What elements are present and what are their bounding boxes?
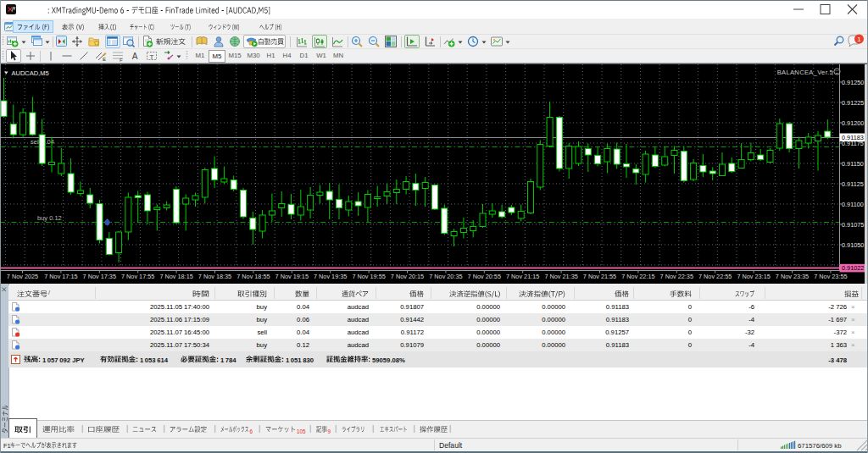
svg-text:7 Nov 22:55: 7 Nov 22:55	[698, 273, 732, 280]
svg-text:7 Nov 18:15: 7 Nov 18:15	[159, 273, 192, 280]
svg-text:E: E	[103, 57, 106, 62]
svg-text:7 Nov 20:55: 7 Nov 20:55	[468, 273, 501, 280]
svg-text:1: 1	[857, 36, 861, 43]
svg-text:7 Nov 2025: 7 Nov 2025	[7, 273, 38, 280]
svg-text:7 Nov 22:35: 7 Nov 22:35	[660, 273, 693, 280]
svg-text:7 Nov 22:15: 7 Nov 22:15	[621, 273, 654, 280]
svg-text:7 Nov 17:55: 7 Nov 17:55	[121, 273, 154, 280]
svg-text:7 Nov 19:15: 7 Nov 19:15	[275, 273, 309, 280]
svg-text:7 Nov 19:55: 7 Nov 19:55	[352, 273, 385, 280]
svg-text:0.91200: 0.91200	[842, 119, 864, 127]
svg-text:7 Nov 20:15: 7 Nov 20:15	[391, 273, 424, 280]
svg-text:7 Nov 21:15: 7 Nov 21:15	[506, 273, 539, 280]
svg-text:0.91225: 0.91225	[842, 99, 864, 107]
svg-text:0.91022: 0.91022	[842, 264, 864, 272]
svg-text:7 Nov 18:35: 7 Nov 18:35	[198, 273, 231, 280]
svg-text:buy 0.12: buy 0.12	[37, 214, 62, 222]
svg-text:F: F	[120, 58, 123, 62]
svg-text:0.91100: 0.91100	[842, 201, 864, 208]
svg-text:7 Nov 19:35: 7 Nov 19:35	[314, 273, 347, 280]
svg-text:AUDCAD,M5: AUDCAD,M5	[12, 69, 49, 77]
svg-text:7 Nov 20:35: 7 Nov 20:35	[429, 273, 462, 280]
svg-text:7 Nov 17:15: 7 Nov 17:15	[44, 273, 77, 280]
svg-text:7 Nov 21:55: 7 Nov 21:55	[583, 273, 616, 280]
svg-text:7 Nov 23:55: 7 Nov 23:55	[814, 273, 847, 280]
svg-text:BALANCEA_Ver.5: BALANCEA_Ver.5	[777, 69, 833, 76]
svg-text:0.91183: 0.91183	[842, 134, 864, 141]
svg-text:A: A	[132, 52, 138, 61]
svg-text:7 Nov 23:15: 7 Nov 23:15	[737, 273, 770, 280]
svg-text:0.91250: 0.91250	[842, 79, 864, 86]
svg-text:0.91125: 0.91125	[842, 180, 864, 188]
svg-text:0.91150: 0.91150	[842, 160, 864, 168]
svg-text:0.91050: 0.91050	[842, 241, 864, 249]
svg-text:7 Nov 21:35: 7 Nov 21:35	[544, 273, 577, 280]
svg-text:0.91075: 0.91075	[842, 221, 864, 229]
svg-text:7 Nov 17:35: 7 Nov 17:35	[83, 273, 116, 280]
svg-text:T: T	[150, 53, 154, 61]
svg-text:7 Nov 18:55: 7 Nov 18:55	[236, 273, 270, 280]
svg-text:7 Nov 23:35: 7 Nov 23:35	[776, 273, 809, 280]
